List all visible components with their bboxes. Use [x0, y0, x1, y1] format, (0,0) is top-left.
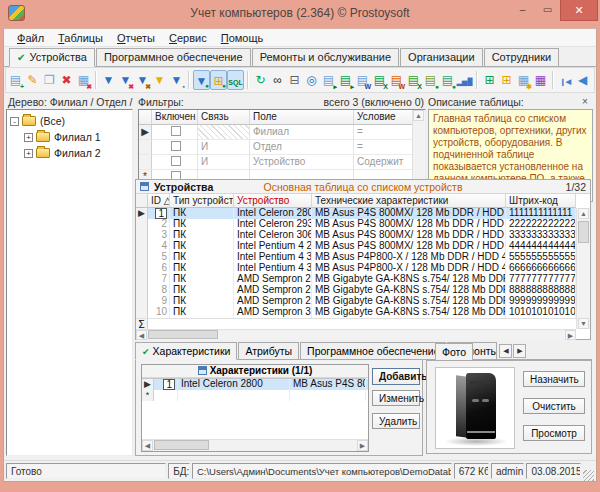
resize-grip[interactable]: [583, 470, 594, 481]
checkbox-icon[interactable]: [171, 141, 181, 151]
view-photo-button[interactable]: Просмотр: [523, 425, 585, 441]
detail-tab[interactable]: Программное обеспечение: [300, 342, 446, 359]
devices-column-header[interactable]: [136, 194, 148, 208]
devices-column-header[interactable]: ID △: [148, 194, 170, 208]
device-row[interactable]: 3ПКIntel Celeron 3066MB Asus P4S 800MX/ …: [136, 230, 576, 241]
filter-favorites-icon[interactable]: ▼: [151, 70, 168, 90]
menu-item[interactable]: Помощь: [214, 32, 271, 44]
scrollbar-thumb[interactable]: [578, 221, 589, 243]
preview-icon[interactable]: ◎: [303, 70, 320, 90]
devices-column-header[interactable]: Устройство: [234, 194, 312, 208]
scroll-left-icon[interactable]: ◀: [142, 440, 153, 451]
filter-field-cell[interactable]: Устройство: [250, 155, 354, 170]
subtab-scroll-right-icon[interactable]: ▶: [513, 344, 526, 358]
table-color-icon[interactable]: ▦: [532, 70, 549, 90]
devices-column-header[interactable]: Штрих-код: [506, 194, 576, 208]
add-button[interactable]: Добавить: [372, 368, 420, 385]
scrollbar-thumb[interactable]: [148, 330, 218, 339]
filter-enabled-cell[interactable]: [152, 125, 198, 140]
photo-tab[interactable]: Фото: [435, 343, 473, 361]
device-row[interactable]: 10ПКAMD Sempron 3100MB Gigabyte GA-K8NS …: [136, 307, 576, 318]
menu-item[interactable]: Отчеты: [110, 32, 162, 44]
close-button[interactable]: ✕: [560, 0, 598, 21]
assign-photo-button[interactable]: Назначить: [523, 371, 585, 387]
menu-item[interactable]: Сервис: [162, 32, 214, 44]
menu-item[interactable]: Таблицы: [51, 32, 110, 44]
filter-save-icon[interactable]: ▼▪: [168, 70, 185, 90]
scroll-up-icon[interactable]: ▲: [578, 208, 589, 219]
find-icon[interactable]: ∞: [269, 70, 286, 90]
subtab-scroll-left-icon[interactable]: ◀: [499, 344, 512, 358]
clear-photo-button[interactable]: Очистить: [523, 398, 585, 414]
chart-icon[interactable]: ▂▅█: [456, 70, 473, 90]
device-row[interactable]: 9ПКAMD Sempron 2800MB Gigabyte GA-K8NS s…: [136, 296, 576, 307]
devices-column-header[interactable]: Технические характеристики: [312, 194, 506, 208]
export-excel-icon[interactable]: ▤X: [371, 70, 388, 90]
detail-tab[interactable]: ✔Характеристики: [135, 342, 237, 360]
device-row[interactable]: 2ПКIntel Celeron 2933MB Asus P4S 800MX/ …: [136, 219, 576, 230]
toggle-sql-icon[interactable]: SQL: [227, 70, 244, 90]
main-tab[interactable]: Программное обеспечение: [96, 48, 251, 66]
filter-condition-cell[interactable]: =: [354, 125, 413, 140]
filter-condition-cell[interactable]: Содержит: [354, 155, 413, 170]
filter-condition-cell[interactable]: =: [354, 140, 413, 155]
edit-record-icon[interactable]: ✎: [24, 70, 41, 90]
filter-link-cell[interactable]: [198, 125, 250, 140]
tree-expander-icon[interactable]: -: [10, 117, 19, 126]
toggle-filter-panel-icon[interactable]: ▼●: [193, 70, 210, 90]
scroll-right-icon[interactable]: ▶: [357, 440, 368, 451]
devices-horizontal-scrollbar[interactable]: ◀ ▶: [136, 329, 576, 340]
tree-node[interactable]: -(Все): [7, 113, 132, 129]
scroll-down-icon[interactable]: ▼: [578, 318, 589, 329]
checkbox-icon[interactable]: [171, 126, 181, 136]
device-row[interactable]: 5ПКIntel Pentium 4 3000MB Asus P4P800-X …: [136, 252, 576, 263]
detail-tab[interactable]: Атрибуты: [238, 342, 299, 359]
export-html-icon[interactable]: ▤▸: [337, 70, 354, 90]
filter-row[interactable]: ИОтдел=: [139, 140, 425, 155]
minimize-button[interactable]: –: [510, 0, 535, 21]
main-tab[interactable]: ✔Устройства: [9, 48, 95, 67]
tree-expander-icon[interactable]: +: [24, 149, 33, 158]
characteristics-horizontal-scrollbar[interactable]: ◀▶: [142, 439, 368, 451]
filter-enabled-cell[interactable]: [152, 140, 198, 155]
main-tab[interactable]: Сотрудники: [484, 48, 560, 66]
delete-record-icon[interactable]: ✖: [58, 70, 75, 90]
subtable-add-icon[interactable]: ⊞: [481, 70, 498, 90]
menu-item[interactable]: Файл: [10, 32, 51, 44]
add-record-icon[interactable]: ▤+: [7, 70, 24, 90]
main-tab[interactable]: Ремонты и обслуживание: [252, 48, 399, 66]
main-tab[interactable]: Организации: [400, 48, 483, 66]
export-rtf-icon[interactable]: ▤▸: [320, 70, 337, 90]
delete-found-icon[interactable]: ▦✖: [75, 70, 92, 90]
scroll-up-icon[interactable]: ▲: [413, 110, 424, 121]
filter-delete-icon[interactable]: ▼✖: [117, 70, 134, 90]
table-settings-icon[interactable]: ▦✱: [515, 70, 532, 90]
close-description-icon[interactable]: ×: [582, 96, 588, 107]
scroll-right-icon[interactable]: ▶: [565, 330, 576, 340]
scroll-left-icon[interactable]: ◀: [136, 330, 147, 340]
filter-link-cell[interactable]: И: [198, 155, 250, 170]
filter-link-cell[interactable]: И: [198, 140, 250, 155]
toggle-tree-panel-icon[interactable]: ⊞●: [210, 70, 227, 90]
device-row[interactable]: ▶1ПКIntel Celeron 2800MB Asus P4S 800MX/…: [136, 208, 576, 219]
devices-column-header[interactable]: Тип устройства: [170, 194, 234, 208]
export-word-icon[interactable]: ▤W: [354, 70, 371, 90]
report-word-icon[interactable]: ▤W: [388, 70, 405, 90]
tree-node[interactable]: +Филиал 2: [7, 145, 132, 161]
tree-node[interactable]: +Филиал 1: [7, 129, 132, 145]
edit-button[interactable]: Изменить: [372, 390, 420, 406]
maximize-button[interactable]: ▭: [535, 0, 560, 21]
device-row[interactable]: 7ПКAMD Sempron 2500MB Gigabyte GA-K8NS s…: [136, 274, 576, 285]
devices-vertical-scrollbar[interactable]: ▲ ▼: [576, 208, 590, 329]
export-writer-icon[interactable]: ▤●: [422, 70, 439, 90]
subtable-config-icon[interactable]: ⊞: [498, 70, 515, 90]
nav-first-icon[interactable]: ❙◀: [557, 70, 574, 90]
filter-row[interactable]: ИУстройствоСодержит: [139, 155, 425, 170]
delete-button[interactable]: Удалить: [372, 413, 420, 429]
refresh-icon[interactable]: ↻: [252, 70, 269, 90]
report-excel-icon[interactable]: ▤X: [405, 70, 422, 90]
filter-field-cell[interactable]: Филиал: [250, 125, 354, 140]
filter-clear-all-icon[interactable]: ▼✖: [134, 70, 151, 90]
filter-row[interactable]: ▶Филиал=: [139, 125, 425, 140]
print-icon[interactable]: ⊟: [286, 70, 303, 90]
